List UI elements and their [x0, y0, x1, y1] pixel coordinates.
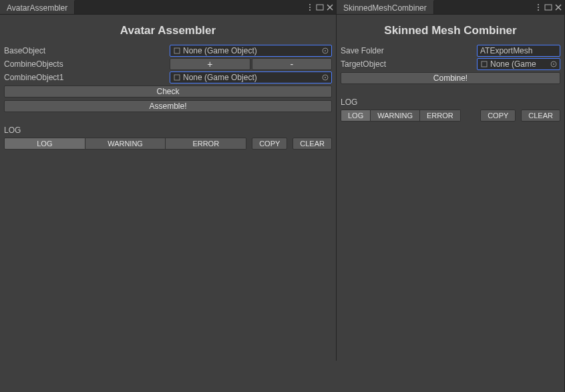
- combine-objects-label: CombineObjects: [4, 59, 170, 69]
- plus-minus-row: + -: [170, 58, 332, 70]
- skinned-mesh-combiner-panel: SkinnedMeshCombiner Skinned Mesh Combine…: [337, 0, 565, 392]
- popout-icon[interactable]: [544, 4, 552, 11]
- kebab-icon[interactable]: [535, 3, 542, 11]
- object-picker-icon[interactable]: [321, 73, 330, 82]
- log-section-label-left: LOG: [0, 123, 336, 136]
- editor-root: AvatarAssembler Avatar Assembler BaseObj…: [0, 0, 565, 392]
- copy-button-left[interactable]: COPY: [252, 138, 287, 150]
- avatar-assembler-panel: AvatarAssembler Avatar Assembler BaseObj…: [0, 0, 337, 361]
- save-folder-label: Save Folder: [341, 46, 477, 55]
- gameobject-icon: [480, 60, 488, 68]
- tab-label: SkinnedMeshCombiner: [343, 3, 427, 13]
- add-button[interactable]: +: [170, 58, 250, 70]
- log-filter-segment-right: LOG WARNING ERROR: [341, 110, 461, 122]
- popout-icon[interactable]: [316, 4, 324, 11]
- svg-point-8: [325, 50, 326, 51]
- svg-rect-15: [545, 5, 552, 10]
- log-filter-segment-left: LOG WARNING ERROR: [4, 138, 246, 150]
- base-object-value: None (Game Object): [183, 46, 257, 55]
- svg-rect-9: [174, 75, 180, 80]
- spacer: [337, 85, 564, 95]
- log-toolbar-left: LOG WARNING ERROR COPY CLEAR: [0, 136, 336, 151]
- check-button[interactable]: Check: [4, 85, 332, 97]
- object-picker-icon[interactable]: [321, 46, 330, 55]
- svg-rect-3: [317, 5, 323, 10]
- kebab-icon[interactable]: [307, 3, 313, 11]
- base-object-row: BaseObject None (Game Object): [0, 44, 336, 57]
- svg-point-13: [538, 7, 539, 8]
- base-object-field[interactable]: None (Game Object): [170, 45, 332, 57]
- tab-bar-empty: [75, 0, 304, 14]
- combine-object-1-field[interactable]: None (Game Object): [170, 71, 332, 83]
- target-object-label: TargetObject: [341, 59, 477, 69]
- log-section-label-right: LOG: [337, 95, 564, 108]
- gameobject-icon: [173, 47, 181, 55]
- log-tab-log[interactable]: LOG: [4, 138, 85, 150]
- assemble-button[interactable]: Assemble!: [4, 100, 332, 112]
- svg-rect-18: [482, 61, 487, 67]
- svg-point-1: [309, 7, 311, 8]
- log-tab-warning[interactable]: WARNING: [85, 138, 166, 150]
- spacer: [0, 114, 336, 123]
- svg-point-11: [325, 77, 326, 78]
- combine-object-1-row: CombineObject1 None (Game Object): [0, 71, 336, 84]
- svg-rect-6: [174, 48, 180, 53]
- combine-object-1-value: None (Game Object): [183, 73, 257, 82]
- window-controls-right: [532, 0, 564, 14]
- close-icon[interactable]: [555, 4, 562, 11]
- target-object-field[interactable]: None (Game: [477, 58, 560, 70]
- tab-label: AvatarAssembler: [7, 3, 67, 13]
- save-folder-input[interactable]: ATExportMesh: [477, 45, 560, 57]
- svg-point-2: [309, 9, 311, 11]
- copy-button-right[interactable]: COPY: [480, 110, 516, 122]
- tab-skinned-mesh-combiner[interactable]: SkinnedMeshCombiner: [337, 0, 434, 14]
- save-folder-value: ATExportMesh: [480, 46, 532, 55]
- close-icon[interactable]: [327, 4, 333, 11]
- target-object-row: TargetObject None (Game: [337, 57, 564, 71]
- log-tab-error[interactable]: ERROR: [420, 110, 461, 122]
- tab-bar-right: SkinnedMeshCombiner: [337, 0, 564, 15]
- save-folder-row: Save Folder ATExportMesh: [337, 44, 564, 57]
- tab-bar-empty: [434, 0, 532, 14]
- combine-object-1-label: CombineObject1: [4, 73, 170, 82]
- svg-point-14: [538, 9, 539, 11]
- combine-button[interactable]: Combine!: [341, 72, 560, 84]
- log-tab-warning[interactable]: WARNING: [371, 110, 420, 122]
- log-toolbar-right: LOG WARNING ERROR COPY CLEAR: [337, 108, 564, 123]
- tab-bar-left: AvatarAssembler: [0, 0, 336, 15]
- combine-objects-row: CombineObjects + -: [0, 57, 336, 71]
- log-tab-error[interactable]: ERROR: [166, 138, 246, 150]
- svg-point-0: [309, 4, 311, 5]
- base-object-label: BaseObject: [4, 46, 170, 55]
- log-tab-log[interactable]: LOG: [341, 110, 371, 122]
- target-object-value: None (Game: [490, 59, 536, 69]
- svg-point-20: [553, 63, 554, 65]
- clear-button-right[interactable]: CLEAR: [521, 110, 560, 122]
- panel-title-left: Avatar Assembler: [0, 15, 336, 44]
- svg-point-12: [538, 4, 539, 5]
- object-picker-icon[interactable]: [549, 59, 558, 69]
- tab-avatar-assembler[interactable]: AvatarAssembler: [0, 0, 75, 14]
- remove-button[interactable]: -: [252, 58, 333, 70]
- clear-button-left[interactable]: CLEAR: [293, 138, 332, 150]
- panel-title-right: Skinned Mesh Combiner: [337, 15, 564, 44]
- window-controls-left: [304, 0, 336, 14]
- gameobject-icon: [173, 73, 181, 81]
